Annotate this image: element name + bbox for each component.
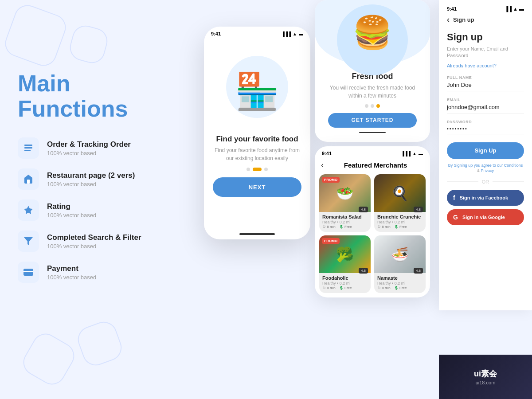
battery-icon: ▬ [299,31,303,36]
divider-line-left [447,181,478,182]
star-icon [23,205,34,215]
onboarding-dots [365,104,380,108]
merchant-card-romanista[interactable]: 🥗 PROMO 4.8 Romanista Salad Healthy • 0.… [319,174,371,232]
merchants-wifi-icon: ▲ [412,151,417,156]
status-time: 9:41 [211,31,221,36]
feature-name-search: Completed Search & Filter [47,233,141,242]
list-icon [23,143,34,153]
signup-panel: 9:41 ▐▐ ▲ ▬ ‹ Sign up Sign up Enter your… [439,0,532,310]
svg-rect-6 [23,269,33,276]
filter-icon [23,236,34,246]
signup-statusbar: 9:41 ▐▐ ▲ ▬ [447,6,524,12]
feature-name-order: Order & Tracking Order [47,140,131,149]
merchants-statusbar: 9:41 ▐▐▐ ▲ ▬ [315,146,430,158]
merchant-name-namaste: Namaste [377,275,422,281]
merchant-stats-foodaholic: ⏱ 8 min 💲 Free [322,286,368,290]
email-input[interactable]: johndoe@gmail.com [447,104,524,113]
signup-heading: Sign up [447,31,524,43]
merchants-battery-icon: ▬ [419,151,423,156]
bg-decoration-2 [67,23,110,66]
phone-statusbar: 9:41 ▐▐▐ ▲ ▬ [204,27,310,38]
merchant-card-namaste[interactable]: 🍜 4.8 Namaste Healthy • 0.2 mi ⏱ 8 min 💲… [374,235,426,293]
svg-rect-1 [24,147,32,149]
signup-terms: By Signing up you agree to our Condition… [447,163,524,174]
rating-icon-wrapper [18,200,39,221]
merchant-name-foodaholic: Foodaholic [322,275,368,281]
bg-decoration-3 [19,329,79,390]
phone-frame: 9:41 ▐▐▐ ▲ ▬ 🏪 Find your favorite food F… [204,27,310,239]
middle-phone: 9:41 ▐▐▐ ▲ ▬ 🏪 Find your favorite food F… [204,27,319,239]
svg-rect-0 [24,145,32,146]
svg-marker-5 [24,237,33,245]
watermark-main: ui素会 [474,368,497,379]
merchant-meta-brunchie: Healthy • 0.2 mi [377,220,422,224]
onboarding-dot-1 [365,104,368,108]
merchants-back-arrow[interactable]: ‹ [321,160,324,170]
watermark: ui素会 ui18.com [439,355,532,399]
merchant-info-foodaholic: Foodaholic Healthy • 0.2 mi ⏱ 8 min 💲 Fr… [319,273,371,292]
merchant-info-romanista: Romanista Salad Healthy • 0.2 mi ⏱ 8 min… [319,212,371,231]
fullname-input[interactable]: John Doe [447,82,524,91]
feature-subtitle-rating: 100% vector based [47,212,96,219]
signup-button[interactable]: Sign Up [447,142,524,159]
rating-badge-namaste: 4.8 [414,268,423,274]
merchant-card-foodaholic[interactable]: 🥦 PROMO 4.8 Foodaholic Healthy • 0.2 mi … [319,235,371,293]
order-icon-wrapper [18,137,39,159]
feature-item-restaurant: Restaurant page (2 vers) 100% vector bas… [18,168,186,190]
merchants-title: Featured Merchants [327,161,424,169]
search-icon-wrapper [18,231,39,252]
status-icons: ▐▐▐ ▲ ▬ [282,31,303,36]
feature-subtitle-payment: 100% vector based [47,274,96,281]
signup-back-arrow[interactable]: ‹ [447,15,450,24]
facebook-signin-button[interactable]: f Sign in via Facebook [447,190,524,206]
get-started-button[interactable]: GET STARTED [328,113,417,128]
feature-name-payment: Payment [47,264,96,273]
dot-3 [264,168,268,171]
svg-rect-2 [24,150,31,151]
rating-badge-brunchie: 4.8 [414,207,423,212]
merchant-stats-romanista: ⏱ 8 min 💲 Free [322,225,368,229]
payment-icon [23,267,34,278]
onboarding-home-indicator [359,132,386,133]
feature-name-restaurant: Restaurant page (2 vers) [47,171,135,180]
dot-1 [246,168,250,171]
feature-item-rating: Rating 100% vector based [18,200,186,221]
email-group: EMAIL johndoe@gmail.com [447,98,524,113]
merchants-grid: 🥗 PROMO 4.8 Romanista Salad Healthy • 0.… [315,174,430,293]
onboarding-dot-3 [376,104,380,108]
google-icon: G [453,214,458,221]
feature-item-payment: Payment 100% vector based [18,262,186,283]
merchant-meta-namaste: Healthy • 0.2 mi [377,281,422,286]
onboarding-dot-2 [371,104,374,108]
rating-badge-foodaholic: 4.8 [359,268,368,274]
email-label: EMAIL [447,98,524,102]
pagination-dots [246,168,268,171]
signup-status-time: 9:41 [447,6,457,12]
phone-title: Find your favorite food [216,135,298,144]
next-button[interactable]: NEXT [213,177,301,197]
google-signin-button[interactable]: G Sign in via Google [447,209,524,225]
merchants-status-icons: ▐▐▐ ▲ ▬ [401,151,423,156]
merchant-meta-romanista: Healthy • 0.2 mi [322,220,368,224]
fullname-label: FULL NAME [447,75,524,80]
signup-topbar: ‹ Sign up [447,15,524,24]
password-input[interactable]: •••••••• [447,126,524,134]
terms-link[interactable]: Conditions [504,163,523,168]
promo-badge-romanista: PROMO [322,177,340,183]
merchant-card-brunchie[interactable]: 🍳 4.8 Brunchie Crunchie Healthy • 0.2 mi… [374,174,426,232]
signup-topbar-title: Sign up [453,16,474,23]
watermark-sub: ui18.com [476,380,496,385]
signup-status-icons: ▐▐ ▲ ▬ [505,6,524,12]
merchants-signal-icon: ▐▐▐ [401,151,411,156]
bg-decoration-4 [74,318,125,369]
merchants-status-time: 9:41 [322,151,332,156]
feature-list: Order & Tracking Order 100% vector based… [18,137,186,283]
privacy-link[interactable]: Privacy [481,168,494,173]
onboarding-card: 🍔 Fresh food You will receive the fresh … [315,0,430,142]
svg-rect-3 [27,180,30,184]
onboarding-description: You will receive the fresh made food wit… [315,84,430,100]
merchant-info-brunchie: Brunchie Crunchie Healthy • 0.2 mi ⏱ 8 m… [374,212,426,231]
already-account-link[interactable]: Already have account? [447,63,497,68]
payment-icon-wrapper [18,262,39,283]
onboarding-illustration: 🍔 [315,0,430,66]
